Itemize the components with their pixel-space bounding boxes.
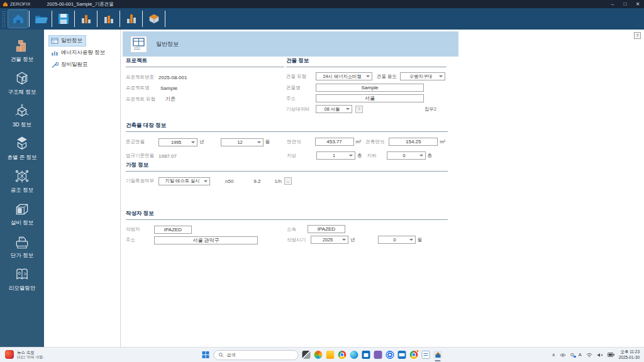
toolbar-drag-handle[interactable]: [2, 11, 5, 27]
microsoft-store-app-icon[interactable]: [362, 351, 370, 359]
sidebar-item-label: 공조 정보: [11, 187, 33, 194]
app-window: ZEROFIX 2025-00-001_Sample_기존건물 – □ ✕: [0, 0, 644, 362]
building-type-select[interactable]: 24시 에너지소비형: [316, 72, 372, 80]
author-address-input[interactable]: 서울 관악구: [154, 236, 258, 244]
cube-icon: [148, 13, 160, 25]
building-blocks-icon: [14, 38, 30, 54]
battery-icon[interactable]: [608, 353, 614, 357]
n50-detail-button[interactable]: –: [284, 177, 292, 185]
hidden-icons-chevron[interactable]: ∧: [552, 352, 555, 358]
building-area-input[interactable]: 154.25: [389, 138, 438, 146]
sidebar-item-3d-info[interactable]: 3D 정보: [0, 100, 44, 133]
law-standard-date-value: 1987.07: [158, 153, 177, 159]
equipment-box-icon: [14, 201, 30, 217]
nav-item-general-info[interactable]: 일반정보: [49, 36, 86, 46]
taskbar-clock[interactable]: 오후 11:23 2025-01-30: [619, 349, 640, 359]
nav-item-energy-usage-info[interactable]: 에너지사용량 정보: [49, 48, 108, 58]
page-header: 일반정보: [123, 31, 458, 57]
section-title: 건축물 대장 정보: [126, 122, 448, 132]
sidebar-item-floor-zone-info[interactable]: 층별 존 정보: [0, 133, 44, 165]
app-logo-icon: [3, 1, 8, 7]
taskbar-search[interactable]: 검색: [214, 350, 299, 360]
above-ground-select[interactable]: 1: [316, 151, 355, 160]
chart-report-3-button[interactable]: [121, 10, 141, 28]
completion-month-select[interactable]: 12: [221, 138, 264, 146]
start-button[interactable]: [203, 351, 210, 359]
weather-data-select[interactable]: 08 서울: [316, 105, 352, 113]
building-name-input[interactable]: Sample: [316, 84, 424, 92]
tray-update-icon[interactable]: G: [570, 352, 574, 358]
help-button[interactable]: ?: [634, 32, 641, 39]
writer-input[interactable]: IPAZED: [154, 226, 192, 234]
building-use-select[interactable]: 수방지구대: [400, 72, 445, 80]
open-button[interactable]: [31, 10, 50, 28]
airtightness-select[interactable]: 기밀 테스트 실시: [158, 177, 210, 185]
app-name: ZEROFIX: [10, 1, 31, 7]
organization-input[interactable]: IPAZED: [308, 225, 345, 233]
mail-app-icon[interactable]: [398, 351, 406, 359]
document-title: 2025-00-001_Sample_기존건물: [47, 1, 114, 8]
search-icon: [219, 353, 224, 358]
completion-year-select[interactable]: 1995: [158, 138, 197, 146]
main-content: 일반정보 ? 프로젝트 프로젝트번호 2025-08-001 프로젝트명 Sam…: [121, 30, 644, 347]
sidebar-item-structure-info[interactable]: 구조체 정보: [0, 67, 44, 100]
maximize-button[interactable]: □: [619, 1, 631, 7]
file-explorer-app-icon[interactable]: [326, 351, 335, 359]
below-ground-select[interactable]: 0: [387, 151, 426, 160]
nav-item-equipment-list[interactable]: 장비일람표: [49, 60, 91, 70]
tray-eye-icon[interactable]: [560, 353, 566, 358]
write-month-select[interactable]: 0: [378, 236, 416, 244]
floor-unit: 층: [357, 153, 362, 159]
home-icon: [11, 12, 25, 26]
news-widget-icon: [5, 350, 14, 359]
sidebar-item-hvac-info[interactable]: 공조 정보: [0, 165, 44, 198]
sidebar-item-equipment-info[interactable]: 설비 정보: [0, 198, 44, 231]
chevron-down-icon: [191, 141, 195, 143]
organization-label: 소속: [287, 226, 296, 233]
write-year-select[interactable]: 2025: [311, 236, 348, 244]
month-unit: 월: [418, 237, 423, 243]
building-address-input[interactable]: 서울: [316, 94, 424, 102]
toolbar-separator: [97, 11, 97, 27]
open-folder-icon: [34, 12, 48, 26]
project-name-value: Sample: [160, 85, 177, 91]
chrome-profile-app-icon[interactable]: [410, 351, 418, 359]
clock-time: 오후 11:23: [619, 349, 640, 354]
weather-help-button[interactable]: ?: [355, 106, 363, 113]
nav-panel: 일반정보 에너지사용량 정보 장비일람표: [44, 30, 121, 347]
close-button[interactable]: ✕: [631, 1, 644, 7]
home-button[interactable]: [8, 10, 28, 28]
volume-muted-icon[interactable]: [597, 353, 603, 358]
3d-axis-cube-icon: [14, 103, 30, 119]
n50-label: n50: [225, 178, 233, 184]
chart-report-2-button[interactable]: [99, 10, 118, 28]
notification-badge: [416, 349, 419, 353]
news-widget[interactable]: 뉴스 속보 [1보] '위해 개발..: [5, 350, 45, 359]
project-number-label: 프로젝트번호: [126, 74, 158, 80]
weather-data-value: 08 서울: [325, 106, 340, 112]
section-assumption: 가정 정보 기밀측정여부 기밀 테스트 실시 n50 9.2 1/h –: [126, 162, 448, 185]
purple-app-icon[interactable]: [374, 351, 382, 359]
chart-report-1-button[interactable]: [76, 10, 96, 28]
total-area-input[interactable]: 453.77: [315, 138, 354, 146]
sidebar-item-remodeling-plan[interactable]: 리모델링안: [0, 263, 44, 296]
save-button[interactable]: [53, 10, 73, 28]
edge-app-icon[interactable]: [350, 351, 358, 359]
ime-indicator[interactable]: A: [579, 352, 582, 358]
notes-app-icon[interactable]: [422, 351, 430, 359]
floor-zone-icon: [14, 136, 30, 152]
sidebar-item-price-info[interactable]: 단가 정보: [0, 231, 44, 263]
building-use-value: 수방지구대: [409, 74, 432, 80]
model-cube-button[interactable]: [144, 10, 164, 28]
section-building: 건물 정보 건물 유형 24시 에너지소비형 건물 용도 수방지구대 건물명 S…: [286, 57, 447, 113]
wifi-icon[interactable]: [586, 353, 592, 358]
zerofix-app-icon[interactable]: [434, 351, 442, 359]
sidebar-item-label: 층별 존 정보: [7, 154, 36, 162]
sidebar-item-building-info[interactable]: 건물 정보: [0, 35, 44, 67]
copilot-app-icon[interactable]: [314, 351, 323, 359]
task-view-button[interactable]: [303, 351, 311, 359]
chrome-app-icon[interactable]: [338, 351, 347, 359]
chevron-down-icon: [342, 239, 346, 241]
target-app-icon[interactable]: [386, 351, 394, 359]
minimize-button[interactable]: –: [606, 1, 619, 7]
